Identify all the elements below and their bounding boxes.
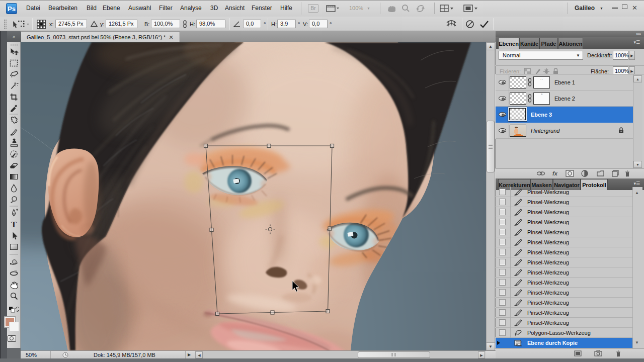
svg-text:fx: fx bbox=[552, 170, 558, 176]
svg-text:T: T bbox=[11, 220, 17, 229]
